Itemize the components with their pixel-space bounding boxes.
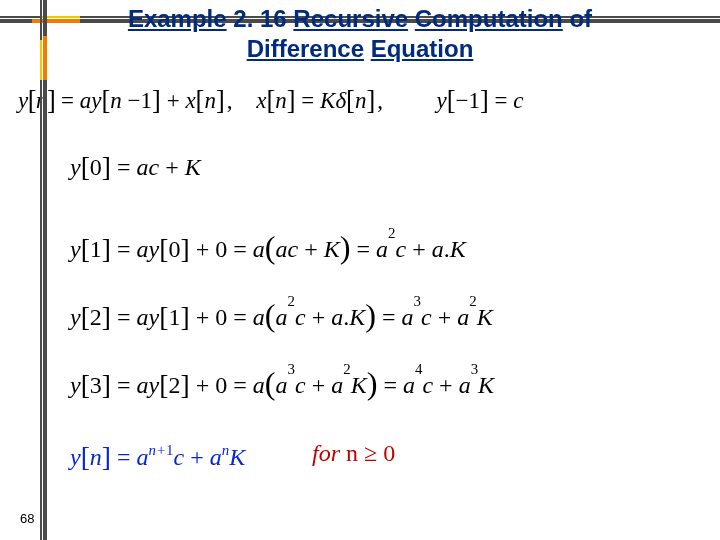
equation-y0: y[0] = ac + K [70,150,201,182]
equation-y3: y[3] = ay[2] + 0 = a(a3c + a2K) = a4c + … [70,364,494,401]
title-word-example: Example [128,5,227,32]
title-word-equation: Equation [371,35,474,62]
equation-y1: y[1] = ay[0] + 0 = a(ac + K) = a2c + a.K [70,228,466,265]
equation-condition: for n ≥ 0 [312,440,395,467]
equation-y2: y[2] = ay[1] + 0 = a(a2c + a.K) = a3c + … [70,296,493,333]
title-word-computation: Computation [415,5,563,32]
equation-closed-form: y[n] = an+1c + anK [70,440,245,472]
title-word-recursive: Recursive [293,5,408,32]
page-number: 68 [20,511,34,526]
slide-title: Example 2. 16 Recursive Computation of D… [0,4,720,64]
accent-bar-vertical [40,0,46,540]
title-number: 2. 16 [233,5,286,32]
title-word-difference: Difference [247,35,364,62]
equation-definition: y[n] = ay[n −1] + x[n], x[n] = Kδ[n], y[… [18,84,524,115]
title-word-of: of [569,5,592,32]
